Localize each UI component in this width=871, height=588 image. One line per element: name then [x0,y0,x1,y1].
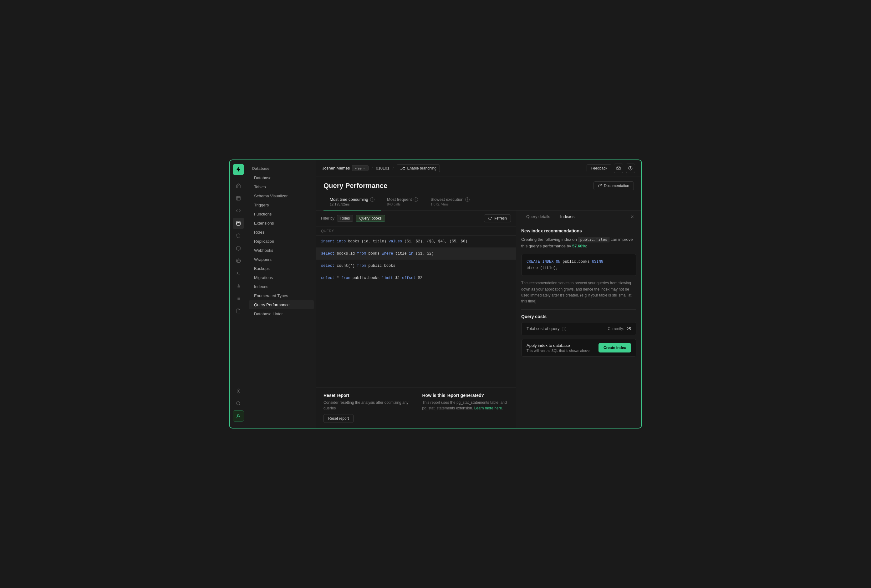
tab-most-frequent[interactable]: Most frequent i 843 calls [381,194,425,211]
enable-branching-btn[interactable]: ⎇ Enable branching [397,164,440,172]
reset-desc: Consider resetting the analysis after op… [323,400,410,411]
settings-icon-btn[interactable] [233,385,244,396]
how-section: How is this report generated? This repor… [422,393,509,423]
content-area: Filter by Roles Query: books Refresh Que… [316,211,641,428]
storage-icon-btn[interactable] [233,243,244,254]
improvement-value: 57.68% [572,244,586,248]
query-list-panel: Filter by Roles Query: books Refresh Que… [316,211,516,428]
query-code-3: select count(*) from public.books [321,264,511,268]
query-code-2: select books.id from books where title i… [321,251,511,256]
query-row-1[interactable]: insert into books (id, title) values ($1… [316,235,516,248]
list-icon-btn[interactable] [233,293,244,304]
nav-item-roles[interactable]: Roles [249,228,314,237]
project-id: 010101 [376,166,389,171]
nav-item-wrappers[interactable]: Wrappers [249,255,314,264]
svg-line-23 [600,184,602,186]
tab-info-icon-1[interactable]: i [414,197,418,202]
cost-card: Total cost of query i Currently: 25 [521,322,636,335]
how-desc: This report uses the pg_stat_statements … [422,400,509,411]
icon-sidebar-top [233,180,244,384]
nav-item-enumerated-types[interactable]: Enumerated Types [249,291,314,300]
nav-item-indexes[interactable]: Indexes [249,282,314,291]
nav-item-triggers[interactable]: Triggers [249,200,314,209]
tab-info-icon-0[interactable]: i [370,197,374,202]
filter-chip-roles[interactable]: Roles [337,215,353,222]
icon-sidebar-bottom [233,385,244,424]
plan-badge[interactable]: Free ⌄ [352,165,368,171]
app-window: Database Database Tables Schema Visualiz… [229,160,642,428]
nav-item-replication[interactable]: Replication [249,237,314,246]
right-tab-indexes[interactable]: Indexes [555,211,580,223]
table-icon-btn[interactable] [233,193,244,204]
filter-bar: Filter by Roles Query: books Refresh [316,211,516,226]
function-icon-btn[interactable] [233,268,244,279]
right-panel-tabs: Query details Indexes × [516,211,641,223]
query-row-2[interactable]: select books.id from books where title i… [316,248,516,260]
currently-label: Currently: [608,326,624,331]
svg-point-17 [236,402,240,405]
tab-slowest-execution[interactable]: Slowest execution i 1,072.74ms [424,194,476,211]
reset-title: Reset report [323,393,410,398]
reset-report-button[interactable]: Reset report [323,414,353,423]
feedback-button[interactable]: Feedback [587,164,611,172]
cost-value: 25 [627,326,631,331]
nav-sidebar: Database Database Tables Schema Visualiz… [247,160,316,428]
nav-item-query-performance[interactable]: Query Performance [249,300,314,309]
tab-most-time-consuming[interactable]: Most time consuming i 12,195.32ms [323,194,381,211]
how-title: How is this report generated? [422,393,509,398]
tab-info-icon-2[interactable]: i [465,197,470,202]
help-icon-btn[interactable] [626,163,635,173]
apply-desc: This will run the SQL that is shown abov… [527,349,590,353]
user-avatar-btn[interactable] [233,410,244,422]
globe-icon-btn[interactable] [233,255,244,266]
topbar-right: Feedback [587,163,635,173]
database-icon-btn[interactable] [233,218,244,229]
query-code-4: select * from public.books limit $1 offs… [321,276,511,280]
main-content: Joshen Memes Free ⌄ / 010101 / ⎇ Enable … [316,160,641,428]
code-icon-btn[interactable] [233,205,244,217]
close-panel-button[interactable]: × [628,211,636,223]
query-row-3[interactable]: select count(*) from public.books [316,260,516,272]
query-row-4[interactable]: select * from public.books limit $1 offs… [316,272,516,284]
topbar: Joshen Memes Free ⌄ / 010101 / ⎇ Enable … [316,160,641,177]
nav-item-backups[interactable]: Backups [249,264,314,273]
nav-item-database[interactable]: Database [249,173,314,183]
file-icon-btn[interactable] [233,305,244,317]
nav-item-extensions[interactable]: Extensions [249,218,314,228]
search-icon-btn[interactable] [233,398,244,409]
right-tab-query-details[interactable]: Query details [521,211,555,223]
query-code-1: insert into books (id, title) values ($1… [321,239,511,244]
right-panel: Query details Indexes × New index recomm… [516,211,641,428]
learn-more-link[interactable]: Learn more here [474,406,502,410]
nav-item-migrations[interactable]: Migrations [249,273,314,282]
index-description: Creating the following index on public.f… [521,236,636,250]
refresh-button[interactable]: Refresh [484,214,511,222]
nav-item-webhooks[interactable]: Webhooks [249,246,314,255]
bottom-panel: Reset report Consider resetting the anal… [316,388,516,428]
query-table: Query insert into books (id, title) valu… [316,226,516,388]
mail-icon-btn[interactable] [614,163,623,173]
filter-refresh: Refresh [484,214,511,222]
right-panel-content: New index recommendations Creating the f… [516,223,641,428]
shield-icon-btn[interactable] [233,230,244,241]
section-divider [521,309,636,310]
cost-info-icon[interactable]: i [562,327,566,331]
topbar-project: Joshen Memes Free ⌄ / 010101 / ⎇ Enable … [322,164,440,172]
create-index-button[interactable]: Create index [599,343,631,353]
nav-item-database-linter[interactable]: Database Linter [249,309,314,319]
nav-item-schema-visualizer[interactable]: Schema Visualizer [249,192,314,200]
docs-button[interactable]: Documentation [594,181,634,190]
query-table-header: Query [316,226,516,235]
logo-button[interactable] [233,164,244,175]
project-name: Joshen Memes [322,166,350,171]
bar-chart-icon-btn[interactable] [233,280,244,292]
topbar-divider-2: / [393,166,394,171]
svg-point-3 [236,221,240,222]
nav-item-tables[interactable]: Tables [249,183,314,192]
filter-chip-query[interactable]: Query: books [356,215,385,222]
home-icon-btn[interactable] [233,180,244,192]
filter-by-label: Filter by [321,216,334,220]
table-name-code: public.files [578,237,609,242]
nav-section-title: Database [247,165,316,173]
nav-item-functions[interactable]: Functions [249,209,314,218]
